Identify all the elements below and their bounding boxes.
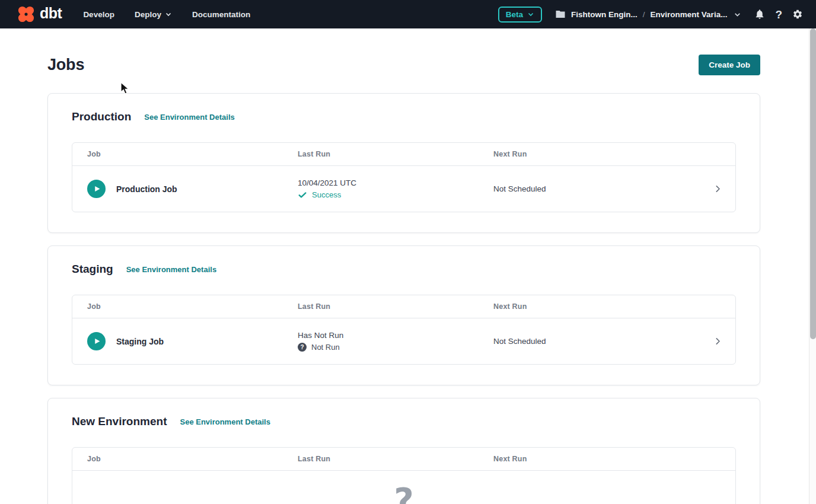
jobs-table-header: Job Last Run Next Run xyxy=(72,143,735,165)
last-run-status: Not Run xyxy=(311,343,340,352)
chevron-down-icon xyxy=(527,11,534,18)
jobs-table-header: Job Last Run Next Run xyxy=(72,295,735,318)
column-header-last-run: Last Run xyxy=(283,455,479,463)
last-run-status: Success xyxy=(312,190,341,199)
main-content: Jobs Create Job Production See Environme… xyxy=(0,55,816,504)
environment-name: Production xyxy=(72,110,131,123)
next-run: Not Scheduled xyxy=(479,337,700,346)
environment-list: Production See Environment Details Job L… xyxy=(47,93,760,504)
run-job-button[interactable] xyxy=(87,180,106,198)
beta-label: Beta xyxy=(506,10,523,19)
breadcrumb-project[interactable]: Fishtown Engin... xyxy=(571,10,638,19)
last-run-date: Has Not Run xyxy=(298,331,479,340)
create-job-button[interactable]: Create Job xyxy=(699,55,760,75)
job-row[interactable]: Production Job 10/04/2021 UTC Success No… xyxy=(72,166,735,212)
see-environment-details-link[interactable]: See Environment Details xyxy=(126,265,216,274)
play-icon xyxy=(93,185,101,193)
page-title: Jobs xyxy=(47,56,84,74)
run-job-button[interactable] xyxy=(87,332,106,350)
help-circle-icon: ? xyxy=(394,484,414,504)
environment-card: Production See Environment Details Job L… xyxy=(47,93,760,233)
see-environment-details-link[interactable]: See Environment Details xyxy=(180,417,270,426)
job-row[interactable]: Staging Job Has Not Run ? Not Run Not Sc… xyxy=(72,318,735,364)
environment-name: Staging xyxy=(72,263,113,276)
vertical-scrollbar[interactable] xyxy=(809,28,816,504)
nav-item-label: Deploy xyxy=(135,10,161,19)
top-nav: dbt Develop Deploy Documentation Beta Fi… xyxy=(0,0,816,28)
column-header-job: Job xyxy=(72,455,283,463)
last-run-date: 10/04/2021 UTC xyxy=(298,178,479,187)
nav-item-develop[interactable]: Develop xyxy=(83,10,114,19)
column-header-job: Job xyxy=(72,302,283,311)
column-header-next-run: Next Run xyxy=(479,150,700,158)
breadcrumb-separator: / xyxy=(643,10,645,19)
nav-menu: Develop Deploy Documentation xyxy=(83,10,250,19)
column-header-last-run: Last Run xyxy=(283,302,479,311)
help-icon[interactable]: ? xyxy=(775,9,782,20)
job-name: Staging Job xyxy=(116,337,164,346)
jobs-table-header: Job Last Run Next Run xyxy=(72,448,735,470)
jobs-table: Job Last Run Next Run Production Job 10/… xyxy=(72,142,736,212)
breadcrumb: Fishtown Engin... / Environment Varia... xyxy=(555,9,741,20)
nav-item-label: Documentation xyxy=(192,10,250,19)
empty-jobs-state: ? xyxy=(72,471,735,504)
column-header-last-run: Last Run xyxy=(283,150,479,158)
not-run-icon: ? xyxy=(298,343,307,352)
beta-dropdown[interactable]: Beta xyxy=(498,7,542,23)
environment-card: Staging See Environment Details Job Last… xyxy=(47,245,760,385)
nav-item-documentation[interactable]: Documentation xyxy=(192,10,250,19)
nav-icons: ? xyxy=(754,9,807,20)
bell-icon[interactable] xyxy=(754,9,765,20)
environment-name: New Environment xyxy=(72,415,167,428)
breadcrumb-page[interactable]: Environment Varia... xyxy=(651,10,728,19)
chevron-down-icon[interactable] xyxy=(734,11,741,18)
scrollbar-thumb[interactable] xyxy=(810,28,816,339)
chevron-right-icon[interactable] xyxy=(713,184,722,193)
jobs-table: Job Last Run Next Run ? xyxy=(72,447,736,504)
folder-icon xyxy=(555,9,566,20)
column-header-job: Job xyxy=(72,150,283,158)
nav-item-deploy[interactable]: Deploy xyxy=(135,10,172,19)
see-environment-details-link[interactable]: See Environment Details xyxy=(144,113,234,122)
jobs-table: Job Last Run Next Run Staging Job Has No… xyxy=(72,295,736,365)
success-check-icon xyxy=(298,190,307,200)
chevron-down-icon xyxy=(165,11,172,18)
job-name: Production Job xyxy=(116,184,177,194)
brand-text: dbt xyxy=(40,6,62,23)
environment-card: New Environment See Environment Details … xyxy=(47,398,760,504)
column-header-next-run: Next Run xyxy=(479,302,700,311)
gear-icon[interactable] xyxy=(792,9,803,20)
column-header-next-run: Next Run xyxy=(479,455,700,463)
nav-item-label: Develop xyxy=(83,10,114,19)
play-icon xyxy=(93,337,101,345)
dbt-logo[interactable]: dbt xyxy=(15,4,62,25)
chevron-right-icon[interactable] xyxy=(713,337,722,346)
dbt-logo-icon xyxy=(15,4,37,25)
next-run: Not Scheduled xyxy=(479,184,700,193)
